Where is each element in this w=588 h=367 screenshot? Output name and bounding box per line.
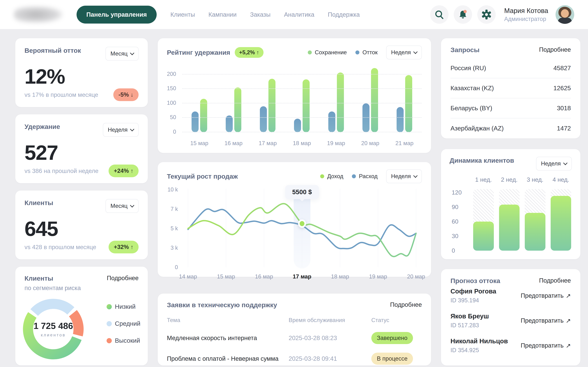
bar-outflow (397, 107, 404, 132)
bar-column (525, 189, 545, 251)
client-info: Яков БреушID 517.283 (450, 313, 489, 329)
nav-item[interactable]: Кампании (208, 11, 237, 18)
legend-item: Сохранение (308, 49, 347, 56)
y-tick-label: 0 (452, 247, 455, 254)
bar-retention (268, 79, 276, 132)
support-table-header: Тема Время обслуживания Статус (167, 317, 422, 323)
prevent-action-link[interactable]: Предотвратить↗ (521, 292, 571, 299)
country-label: Россия (RU) (450, 65, 486, 72)
dynamics-x-axis: 1 нед.2 нед.3 нед.4 нед. (473, 176, 571, 183)
period-select[interactable]: Месяц (105, 47, 138, 60)
gridline (182, 88, 422, 89)
period-select[interactable]: Неделя (536, 157, 572, 170)
sales-chart-card: Текущий рост продаж ДоходРасход Неделя 5… (158, 162, 431, 277)
kpi-delta-badge: +32% ↑ (109, 241, 138, 253)
status-badge: Завершено (371, 332, 413, 344)
kpi-title: Вероятный отток (25, 47, 81, 54)
segments-more-link[interactable]: Подробнее (107, 275, 138, 282)
donut-center-value: 1 725 486 (34, 321, 73, 331)
request-count: 3018 (557, 105, 571, 112)
nav-item[interactable]: Заказы (250, 11, 271, 18)
support-more-link[interactable]: Подробнее (390, 301, 422, 308)
arrow-ne-icon: ↗ (566, 292, 571, 299)
notifications-button[interactable] (454, 5, 472, 24)
gear-icon (481, 9, 492, 20)
kpi-card-retention: Удержание Неделя 527 vs 386 на прошлой н… (15, 114, 148, 183)
legend-label: Средний (115, 320, 140, 327)
bar-column (473, 189, 494, 251)
y-tick-label: 3 k (171, 245, 178, 251)
legend-dot-icon (352, 174, 356, 178)
bar-retention (405, 75, 412, 132)
kpi-value: 645 (25, 217, 138, 241)
status-badge: В процессе (371, 353, 413, 365)
sales-line-chart: 5500 $ 10 k7 k5 k3 k0 (182, 185, 422, 271)
search-icon (434, 9, 444, 20)
list-item: София РоговаID 395.194Предотвратить↗ (450, 288, 571, 304)
churn-more-link[interactable]: Подробнее (539, 277, 571, 284)
legend-dot-icon (107, 321, 112, 326)
period-select[interactable]: Месяц (105, 199, 138, 213)
prevent-action-link[interactable]: Предотвратить↗ (521, 317, 571, 324)
bar-outflow (260, 106, 267, 132)
x-tick-label: 16 мар (255, 273, 273, 280)
period-select[interactable]: Неделя (386, 169, 422, 183)
x-tick-label: 17 мар (293, 273, 311, 280)
churn-list: София РоговаID 395.194Предотвратить↗Яков… (450, 288, 571, 354)
bar-group (285, 66, 319, 132)
x-tick-label: 20 мар (353, 140, 387, 147)
client-id: ID 354.925 (450, 347, 508, 354)
legend-item: Низкий (107, 303, 140, 310)
period-select[interactable]: Неделя (386, 46, 422, 59)
y-tick-label: 0 (175, 264, 178, 270)
retention-y-axis: 050100150200 (165, 66, 180, 132)
top-header: Панель управления КлиентыКампанииЗаказыА… (0, 0, 588, 29)
y-tick-label: 50 (170, 114, 176, 120)
dynamics-title: Динамика клиентов (450, 157, 514, 164)
client-id: ID 395.194 (450, 297, 496, 304)
y-tick-label: 60 (452, 218, 458, 225)
x-tick-label: 14 мар (179, 273, 197, 280)
legend-label: Доход (327, 173, 343, 180)
x-tick-label: 4 нед. (551, 176, 571, 183)
column-status: Статус (371, 317, 422, 323)
bar-column (551, 189, 571, 251)
search-button[interactable] (430, 5, 449, 24)
prevent-action-link[interactable]: Предотвратить↗ (521, 342, 571, 349)
y-tick-label: 200 (167, 71, 176, 77)
period-select[interactable]: Неделя (103, 123, 138, 137)
bar-group (216, 66, 251, 132)
nav-item[interactable]: Аналитика (284, 11, 314, 18)
requests-more-link[interactable]: Подробнее (539, 46, 571, 53)
period-select-value: Месяц (110, 50, 128, 57)
settings-button[interactable] (477, 5, 496, 24)
nav-item[interactable]: Поддержка (328, 11, 360, 18)
tab-dashboard[interactable]: Панель управления (77, 6, 157, 24)
x-tick-label: 19 мар (319, 140, 353, 147)
legend-item: Расход (352, 173, 378, 180)
donut-center-label: клиентов (41, 333, 66, 337)
nav-item[interactable]: Клиенты (170, 11, 195, 18)
chart-tooltip: 5500 $ (285, 185, 319, 199)
right-column: Запросы Подробнее Россия (RU)45827Казахс… (441, 38, 580, 366)
legend-dot-icon (107, 338, 112, 343)
chevron-down-icon (130, 127, 134, 131)
user-name: Мария Котова (504, 7, 548, 15)
requests-card: Запросы Подробнее Россия (RU)45827Казахс… (441, 38, 580, 138)
x-tick-label: 19 мар (369, 273, 387, 280)
x-tick-label: 2 нед. (499, 176, 520, 183)
arrow-ne-icon: ↗ (566, 342, 571, 349)
dynamics-bar-chart (473, 189, 571, 251)
bar-outflow (294, 119, 301, 132)
period-select-value: Неделя (391, 49, 411, 56)
column-time: Время обслуживания (289, 317, 371, 323)
bar-clients (525, 213, 545, 251)
x-tick-label: 20 мар (407, 273, 425, 280)
avatar[interactable] (555, 5, 574, 24)
chevron-down-icon (563, 161, 568, 165)
client-name: Николай Нильцов (450, 337, 508, 345)
retention-legend: СохранениеОтток (308, 49, 378, 56)
bar-column (499, 189, 520, 251)
user-role: Администратор (504, 16, 548, 22)
x-tick-label: 17 мар (251, 140, 285, 147)
